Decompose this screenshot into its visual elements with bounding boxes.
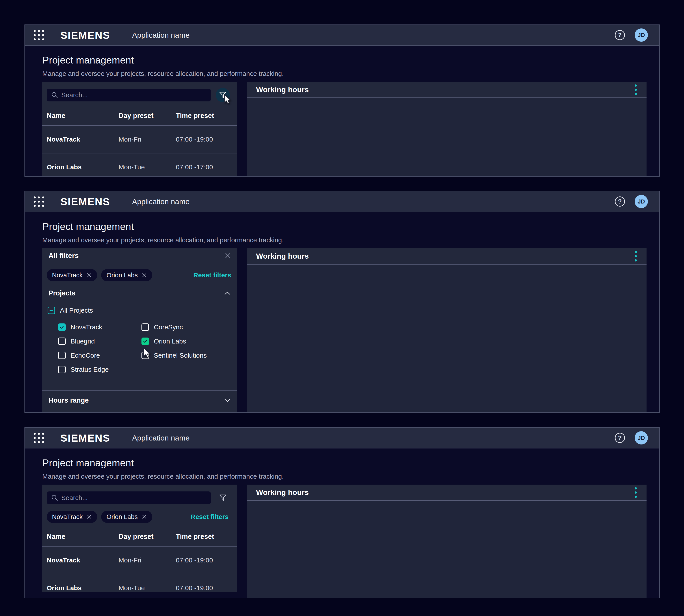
unchecked-checkbox-icon (58, 352, 66, 359)
search-input[interactable] (47, 89, 211, 102)
working-hours-card: Working hours (247, 82, 646, 177)
search-icon (51, 494, 58, 501)
cell-day-preset: Mon-Fri (118, 136, 176, 143)
search-row (42, 485, 237, 505)
main-area: Name Day preset Time preset NovaTrack Mo… (42, 82, 646, 177)
user-avatar[interactable]: JD (635, 431, 648, 444)
kebab-menu-icon[interactable] (634, 486, 638, 499)
checkbox-label: Orion Labs (154, 337, 186, 345)
working-hours-body (247, 501, 646, 598)
search-icon (51, 91, 58, 98)
user-avatar[interactable]: JD (635, 195, 648, 208)
application-name: Application name (132, 197, 190, 206)
chip-remove-icon[interactable] (142, 272, 147, 278)
help-button[interactable]: ? (615, 433, 625, 443)
help-button[interactable]: ? (615, 30, 625, 40)
hours-range-section-toggle[interactable]: Hours range (42, 391, 237, 404)
checkbox-project[interactable]: EchoCore (58, 348, 141, 362)
hours-range-section-label: Hours range (48, 396, 89, 404)
working-hours-header: Working hours (247, 82, 646, 98)
chip-label: Orion Labs (107, 272, 138, 279)
column-header-time: Time preset (176, 533, 214, 541)
projects-section-label: Projects (48, 289, 75, 297)
search-input[interactable] (47, 491, 211, 504)
projects-section-toggle[interactable]: Projects (42, 281, 237, 297)
chevron-up-icon (224, 291, 231, 295)
checkbox-all-projects[interactable]: All Projects (48, 304, 231, 316)
screenshot-frame-2: SIEMENS Application name ? JD Project ma… (24, 191, 660, 413)
page-subtitle: Manage and oversee your projects, resour… (42, 236, 646, 244)
siemens-logo: SIEMENS (60, 29, 110, 41)
chip-label: Orion Labs (107, 513, 138, 521)
help-button[interactable]: ? (615, 196, 625, 206)
column-header-time: Time preset (176, 112, 214, 120)
checkbox-project[interactable]: Stratus Edge (58, 362, 141, 377)
search-field-wrap (47, 89, 211, 102)
unchecked-checkbox-icon (58, 337, 66, 345)
cell-time-preset: 07:00 -17:00 (176, 163, 213, 171)
main-area: NovaTrack Orion Labs Reset filter (42, 485, 646, 598)
user-avatar[interactable]: JD (635, 28, 648, 42)
table-row[interactable]: Orion Labs Mon-Tue 07:00 -19:00 (42, 574, 237, 592)
table-row[interactable]: NovaTrack Mon-Fri 07:00 -19:00 (42, 547, 237, 574)
check-icon (59, 325, 65, 330)
column-header-day: Day preset (118, 112, 176, 120)
kebab-menu-icon[interactable] (634, 84, 638, 96)
checkbox-label: Stratus Edge (70, 366, 109, 373)
indeterminate-checkbox-icon (48, 307, 55, 314)
filter-chip[interactable]: Orion Labs (101, 511, 152, 523)
page-subtitle: Manage and oversee your projects, resour… (42, 473, 646, 480)
filter-chip[interactable]: NovaTrack (47, 511, 97, 523)
chip-label: NovaTrack (52, 513, 83, 521)
close-filters-button[interactable] (224, 252, 232, 259)
filter-chip[interactable]: Orion Labs (101, 269, 152, 281)
app-launcher-icon[interactable] (34, 30, 44, 40)
all-filters-panel: All filters NovaTrack (42, 248, 237, 413)
chevron-down-icon (224, 398, 231, 402)
reset-filters-link[interactable]: Reset filters (193, 271, 231, 279)
cell-time-preset: 07:00 -19:00 (176, 556, 213, 564)
check-icon (142, 339, 148, 344)
checkbox-label: Sentinel Solutions (154, 352, 207, 359)
table-row[interactable]: NovaTrack Mon-Fri 07:00 -19:00 (42, 126, 237, 153)
avatar-initials: JD (638, 435, 645, 441)
column-header-name: Name (47, 533, 118, 541)
project-checkbox-columns: NovaTrack Bluegrid EchoCore (58, 320, 231, 377)
checkbox-project[interactable]: Sentinel Solutions (141, 348, 207, 362)
all-filters-title: All filters (48, 251, 79, 260)
app-launcher-icon[interactable] (34, 196, 44, 207)
checkbox-project[interactable]: Bluegrid (58, 334, 141, 348)
chip-remove-icon[interactable] (87, 272, 92, 278)
page-content: Project management Manage and oversee yo… (25, 212, 659, 413)
working-hours-title: Working hours (256, 488, 309, 497)
unchecked-checkbox-icon (141, 352, 149, 359)
search-field-wrap (47, 491, 211, 504)
screenshot-frame-1: SIEMENS Application name ? JD Project ma… (24, 24, 660, 177)
page-content: Project management Manage and oversee yo… (25, 448, 659, 598)
chip-remove-icon[interactable] (142, 514, 147, 520)
app-launcher-icon[interactable] (34, 433, 44, 443)
checkbox-project[interactable]: Orion Labs (141, 334, 207, 348)
working-hours-card: Working hours (247, 248, 646, 413)
chip-remove-icon[interactable] (87, 514, 92, 520)
checkbox-project[interactable]: NovaTrack (58, 320, 141, 334)
kebab-menu-icon[interactable] (634, 250, 638, 262)
cell-time-preset: 07:00 -19:00 (176, 136, 213, 143)
filter-button[interactable] (216, 491, 230, 505)
checkbox-project[interactable]: CoreSync (141, 320, 207, 334)
active-filter-chips: NovaTrack Orion Labs Reset filter (42, 505, 237, 523)
table-row[interactable]: Orion Labs Mon-Tue 07:00 -17:00 (42, 153, 237, 177)
siemens-logo: SIEMENS (60, 196, 110, 208)
table-header-row: Name Day preset Time preset (42, 533, 237, 546)
app-header: SIEMENS Application name ? JD (25, 25, 659, 46)
app-header: SIEMENS Application name ? JD (25, 191, 659, 212)
working-hours-header: Working hours (247, 485, 646, 501)
checkbox-label: EchoCore (70, 352, 100, 359)
filter-button[interactable] (216, 88, 230, 102)
avatar-initials: JD (638, 198, 645, 205)
reset-filters-link[interactable]: Reset filters (190, 513, 229, 521)
filter-funnel-icon (219, 91, 227, 99)
cell-name: NovaTrack (47, 556, 118, 564)
filter-chip[interactable]: NovaTrack (47, 269, 97, 281)
question-mark-icon: ? (618, 198, 622, 205)
